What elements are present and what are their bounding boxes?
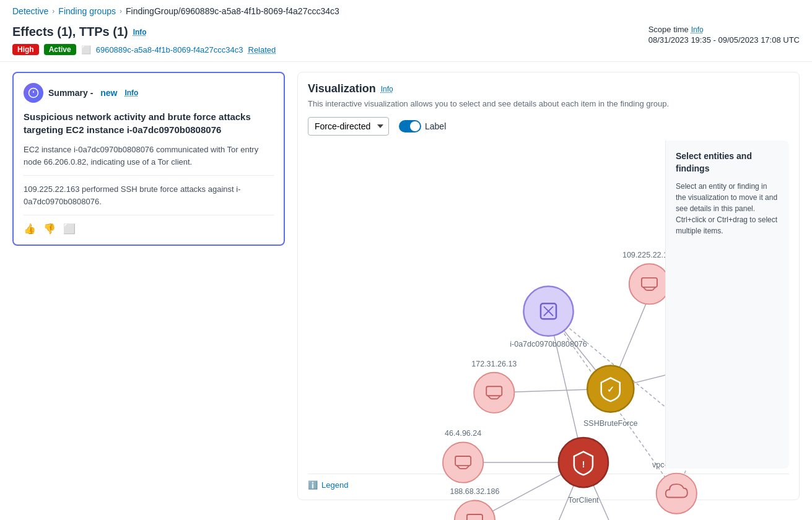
scope-info-link[interactable]: Info — [691, 25, 704, 34]
node-ip-172[interactable]: 172.31.26.13 — [471, 360, 517, 413]
toggle-label: Label — [425, 121, 446, 131]
copy-feedback-icon[interactable]: ⬜ — [63, 223, 76, 235]
breadcrumb: Detective › Finding groups › FindingGrou… — [0, 0, 812, 22]
header-badges: High Active ⬜ 6960889c-a5a8-4f1b-8069-f4… — [12, 44, 276, 55]
summary-info-link[interactable]: Info — [124, 89, 138, 97]
summary-panel: Summary - new Info Suspicious network ac… — [12, 72, 285, 246]
breadcrumb-finding-groups[interactable]: Finding groups — [58, 6, 116, 16]
thumbs-down-icon[interactable]: 👎 — [43, 223, 56, 235]
summary-paragraph1: EC2 instance i-0a7dc0970b0808076 communi… — [24, 144, 274, 168]
svg-text:172.31.26.13: 172.31.26.13 — [471, 360, 517, 368]
viz-panel: Visualization Info This interactive visu… — [297, 72, 800, 500]
label-toggle[interactable] — [399, 120, 421, 132]
header-left: Effects (1), TTPs (1) Info High Active ⬜… — [12, 25, 276, 55]
svg-point-12 — [629, 264, 670, 304]
thumbs-up-icon[interactable]: 👍 — [24, 223, 36, 235]
svg-point-36 — [455, 500, 495, 520]
viz-sidebar: Select entities and findings Select an e… — [665, 141, 789, 469]
title-text: Effects (1), TTPs (1) — [12, 25, 128, 39]
page-header: Effects (1), TTPs (1) Info High Active ⬜… — [0, 22, 812, 62]
summary-icon — [24, 83, 43, 103]
toggle-knob — [410, 121, 420, 131]
node-tor-client[interactable]: ! TorClient — [559, 438, 608, 505]
svg-text:188.68.32.186: 188.68.32.186 — [450, 487, 499, 496]
svg-text:!: ! — [582, 459, 585, 469]
summary-heading: Suspicious network activity and brute fo… — [24, 110, 274, 136]
svg-text:TorClient: TorClient — [568, 496, 599, 505]
node-ec2[interactable]: i-0a7dc0970b0808076 — [510, 287, 587, 349]
breadcrumb-current: FindingGroup/6960889c-a5a8-4f1b-8069-f4a… — [126, 6, 339, 16]
viz-sidebar-title: Select entities and findings — [676, 150, 779, 175]
summary-actions: 👍 👎 ⬜ — [24, 223, 274, 235]
badge-active: Active — [44, 44, 76, 55]
summary-divider2 — [24, 215, 274, 215]
scope-time-label: Scope time Info — [648, 25, 800, 34]
summary-header: Summary - new Info — [24, 83, 274, 103]
header-right: Scope time Info 08/31/2023 19:35 - 09/05… — [648, 25, 800, 45]
summary-divider — [24, 175, 274, 176]
related-link[interactable]: Related — [248, 45, 276, 54]
viz-info-link[interactable]: Info — [381, 85, 393, 93]
viz-description: This interactive visualization allows yo… — [308, 99, 789, 108]
svg-point-57 — [657, 474, 697, 514]
viz-layout-select[interactable]: Force-directed Hierarchical — [308, 117, 389, 136]
title-info-link[interactable]: Info — [133, 28, 147, 37]
viz-header: Visualization Info — [308, 82, 789, 95]
svg-point-30 — [443, 443, 483, 483]
breadcrumb-sep-2: › — [120, 7, 122, 15]
breadcrumb-sep-1: › — [52, 7, 55, 15]
viz-title: Visualization — [308, 82, 376, 95]
breadcrumb-detective[interactable]: Detective — [12, 6, 48, 16]
summary-title: Summary - new Info — [48, 88, 138, 98]
node-ssh-bruteforce[interactable]: ✓ SSHBruteForce — [583, 365, 638, 428]
finding-id[interactable]: 6960889c-a5a8-4f1b-8069-f4a27ccc34c3 — [96, 45, 243, 54]
summary-card: Summary - new Info Suspicious network ac… — [12, 72, 285, 246]
svg-point-24 — [474, 373, 514, 413]
summary-paragraph2: 109.225.22.163 performed SSH brute force… — [24, 183, 274, 207]
node-ip-46[interactable]: 46.4.96.24 — [443, 429, 483, 482]
badge-high: High — [12, 44, 39, 55]
copy-icon: ⬜ — [81, 45, 91, 54]
svg-text:✓: ✓ — [607, 385, 614, 394]
viz-controls: Force-directed Hierarchical Label — [308, 117, 789, 136]
svg-text:46.4.96.24: 46.4.96.24 — [445, 429, 481, 438]
main-content: Summary - new Info Suspicious network ac… — [0, 62, 812, 510]
scope-time-range: 08/31/2023 19:35 - 09/05/2023 17:08 UTC — [648, 35, 800, 45]
viz-sidebar-text: Select an entity or finding in the visua… — [676, 181, 779, 236]
svg-text:i-0a7dc0970b0808076: i-0a7dc0970b0808076 — [510, 340, 587, 349]
node-ip-188[interactable]: 188.68.32.186 — [450, 487, 499, 520]
svg-text:SSHBruteForce: SSHBruteForce — [583, 419, 638, 428]
toggle-wrap: Label — [399, 120, 446, 132]
page-title: Effects (1), TTPs (1) Info — [12, 25, 276, 39]
